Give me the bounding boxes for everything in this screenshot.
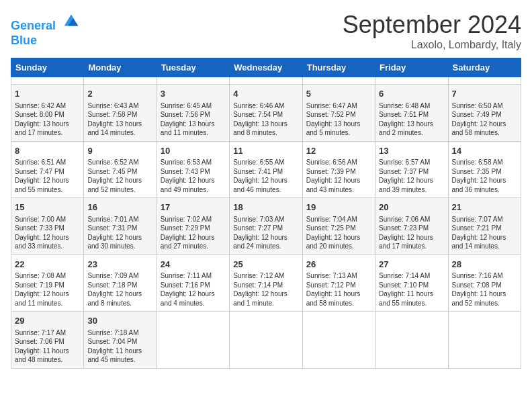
day-info: Daylight: 13 hours and 14 minutes. (87, 120, 152, 138)
calendar-cell: 15Sunrise: 7:00 AMSunset: 7:33 PMDayligh… (11, 198, 84, 255)
calendar-cell: 19Sunrise: 7:04 AMSunset: 7:25 PMDayligh… (302, 198, 375, 255)
day-number: 19 (306, 201, 371, 214)
weekday-header-row: SundayMondayTuesdayWednesdayThursdayFrid… (11, 58, 521, 77)
day-info: Sunset: 7:47 PM (15, 167, 80, 177)
calendar-cell: 14Sunrise: 6:58 AMSunset: 7:35 PMDayligh… (448, 141, 521, 198)
calendar-cell (302, 77, 375, 85)
day-info: Sunrise: 7:06 AM (379, 215, 444, 224)
day-number: 7 (452, 88, 517, 100)
day-info: Sunset: 7:54 PM (233, 110, 298, 120)
day-info: Sunset: 7:58 PM (87, 110, 152, 120)
page-header: General Blue September 2024 Laxolo, Lomb… (11, 11, 521, 51)
calendar-cell: 7Sunrise: 6:50 AMSunset: 7:49 PMDaylight… (448, 85, 521, 142)
day-info: Daylight: 12 hours and 46 minutes. (233, 176, 298, 194)
day-info: Sunrise: 7:08 AM (15, 271, 80, 281)
day-info: Daylight: 12 hours and 52 minutes. (87, 176, 152, 194)
day-number: 20 (379, 201, 444, 214)
day-info: Sunrise: 7:01 AM (87, 215, 152, 224)
calendar-cell: 23Sunrise: 7:09 AMSunset: 7:18 PMDayligh… (84, 255, 157, 312)
calendar-cell: 16Sunrise: 7:01 AMSunset: 7:31 PMDayligh… (84, 198, 157, 255)
day-info: Sunset: 7:43 PM (161, 167, 226, 177)
day-info: Sunrise: 6:48 AM (379, 101, 444, 111)
week-row-0 (11, 77, 521, 85)
day-info: Daylight: 12 hours and 30 minutes. (87, 233, 152, 251)
day-number: 10 (161, 145, 226, 157)
day-info: Sunset: 7:45 PM (87, 167, 152, 177)
day-info: Daylight: 12 hours and 14 minutes. (452, 233, 517, 251)
day-info: Daylight: 12 hours and 43 minutes. (306, 176, 371, 194)
weekday-header-wednesday: Wednesday (230, 58, 302, 77)
day-info: Sunset: 7:21 PM (452, 224, 517, 233)
logo-icon (62, 11, 81, 30)
day-info: Daylight: 13 hours and 2 minutes. (379, 120, 444, 138)
calendar-cell: 3Sunrise: 6:45 AMSunset: 7:56 PMDaylight… (157, 85, 229, 142)
day-info: Sunset: 7:10 PM (379, 281, 444, 290)
day-info: Sunrise: 7:03 AM (233, 215, 298, 224)
day-number: 26 (306, 259, 371, 271)
day-number: 3 (161, 88, 226, 100)
day-info: Sunset: 7:37 PM (379, 167, 444, 177)
day-info: Daylight: 13 hours and 8 minutes. (233, 120, 298, 138)
calendar-cell (11, 77, 84, 85)
day-info: Sunset: 7:19 PM (15, 281, 80, 290)
day-info: Sunset: 7:18 PM (87, 281, 152, 290)
day-info: Sunrise: 6:47 AM (306, 101, 371, 111)
day-number: 16 (87, 201, 152, 214)
calendar-cell: 8Sunrise: 6:51 AMSunset: 7:47 PMDaylight… (11, 141, 84, 198)
day-info: Daylight: 12 hours and 1 minute. (233, 289, 298, 308)
day-number: 25 (233, 259, 298, 271)
day-info: Sunset: 7:27 PM (233, 224, 298, 233)
day-number: 15 (15, 201, 80, 214)
day-info: Sunset: 7:14 PM (233, 281, 298, 290)
day-number: 18 (233, 201, 298, 214)
day-number: 13 (379, 145, 444, 157)
day-info: Sunrise: 7:13 AM (306, 271, 371, 281)
day-number: 14 (452, 145, 517, 157)
day-number: 1 (15, 88, 80, 100)
week-row-3: 15Sunrise: 7:00 AMSunset: 7:33 PMDayligh… (11, 198, 521, 255)
calendar-cell: 28Sunrise: 7:16 AMSunset: 7:08 PMDayligh… (448, 255, 521, 312)
day-info: Sunrise: 7:11 AM (161, 271, 226, 281)
calendar-cell: 5Sunrise: 6:47 AMSunset: 7:52 PMDaylight… (302, 85, 375, 142)
logo-blue: Blue (11, 34, 81, 48)
day-info: Sunrise: 6:42 AM (15, 101, 80, 111)
calendar-cell: 10Sunrise: 6:53 AMSunset: 7:43 PMDayligh… (157, 141, 229, 198)
day-info: Sunset: 7:35 PM (452, 167, 517, 177)
calendar-cell: 30Sunrise: 7:18 AMSunset: 7:04 PMDayligh… (84, 312, 157, 369)
weekday-header-friday: Friday (375, 58, 448, 77)
day-info: Sunrise: 6:51 AM (15, 158, 80, 167)
calendar-cell: 26Sunrise: 7:13 AMSunset: 7:12 PMDayligh… (302, 255, 375, 312)
day-info: Sunrise: 7:12 AM (233, 271, 298, 281)
day-info: Daylight: 12 hours and 27 minutes. (161, 233, 226, 251)
week-row-5: 29Sunrise: 7:17 AMSunset: 7:06 PMDayligh… (11, 312, 521, 369)
day-number: 8 (15, 145, 80, 157)
day-info: Sunset: 7:04 PM (87, 337, 152, 347)
day-number: 2 (87, 88, 152, 100)
day-info: Sunrise: 7:14 AM (379, 271, 444, 281)
day-info: Daylight: 12 hours and 11 minutes. (15, 289, 80, 308)
calendar-cell: 11Sunrise: 6:55 AMSunset: 7:41 PMDayligh… (230, 141, 302, 198)
day-info: Sunset: 7:49 PM (452, 110, 517, 120)
day-info: Daylight: 12 hours and 8 minutes. (87, 289, 152, 308)
day-info: Daylight: 11 hours and 55 minutes. (379, 289, 444, 308)
day-info: Sunset: 7:12 PM (306, 281, 371, 290)
calendar-cell: 29Sunrise: 7:17 AMSunset: 7:06 PMDayligh… (11, 312, 84, 369)
week-row-4: 22Sunrise: 7:08 AMSunset: 7:19 PMDayligh… (11, 255, 521, 312)
calendar-cell: 24Sunrise: 7:11 AMSunset: 7:16 PMDayligh… (157, 255, 229, 312)
day-info: Daylight: 12 hours and 55 minutes. (15, 176, 80, 194)
calendar-cell: 25Sunrise: 7:12 AMSunset: 7:14 PMDayligh… (230, 255, 302, 312)
title-block: September 2024 Laxolo, Lombardy, Italy (343, 11, 521, 51)
calendar-cell: 20Sunrise: 7:06 AMSunset: 7:23 PMDayligh… (375, 198, 448, 255)
calendar-cell: 4Sunrise: 6:46 AMSunset: 7:54 PMDaylight… (230, 85, 302, 142)
calendar-cell (157, 77, 229, 85)
day-info: Sunset: 7:23 PM (379, 224, 444, 233)
day-info: Sunrise: 6:55 AM (233, 158, 298, 167)
calendar-cell: 17Sunrise: 7:02 AMSunset: 7:29 PMDayligh… (157, 198, 229, 255)
day-info: Daylight: 12 hours and 39 minutes. (379, 176, 444, 194)
day-info: Sunrise: 6:57 AM (379, 158, 444, 167)
weekday-header-saturday: Saturday (448, 58, 521, 77)
day-number: 11 (233, 145, 298, 157)
calendar-cell: 18Sunrise: 7:03 AMSunset: 7:27 PMDayligh… (230, 198, 302, 255)
day-number: 21 (452, 201, 517, 214)
day-info: Daylight: 12 hours and 33 minutes. (15, 233, 80, 251)
